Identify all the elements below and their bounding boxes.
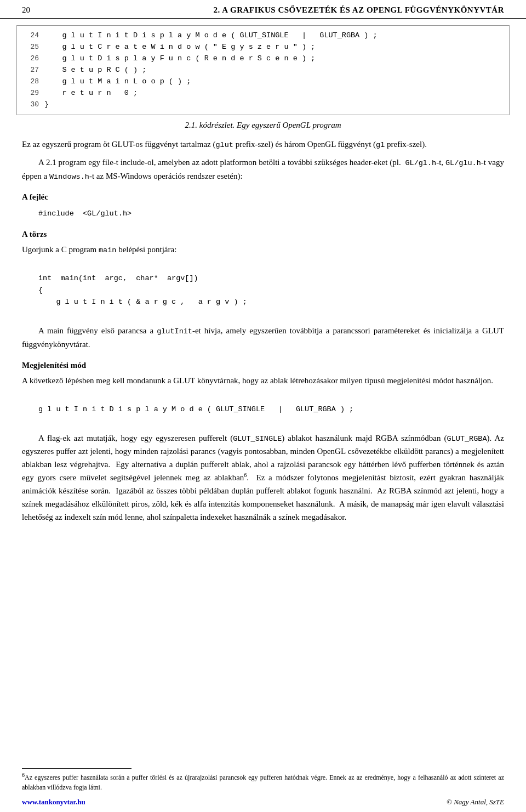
code-line-30: 30 } bbox=[44, 99, 502, 111]
code-content-29: r e t u r n 0 ; bbox=[44, 88, 138, 99]
footnote-ref-6: 6 bbox=[244, 472, 247, 478]
code-line-26: 26 g l u t D i s p l a y F u n c ( R e n… bbox=[44, 53, 502, 65]
a-torzs-section: A törzs bbox=[22, 228, 504, 241]
line-num-28: 28 bbox=[22, 76, 39, 87]
footer-url-link[interactable]: www.tankonyvtar.hu bbox=[22, 798, 85, 807]
display-mode-code: g l u t I n i t D i s p l a y M o d e ( … bbox=[38, 391, 488, 427]
code-content-24: g l u t I n i t D i s p l a y M o d e ( … bbox=[44, 30, 378, 42]
footnote-6-num: 6 bbox=[22, 772, 25, 778]
megjelenit-title: Megjelenítési mód bbox=[22, 359, 504, 372]
glh-code: GL/gl.h bbox=[405, 159, 436, 167]
gl-prefix-code: gl bbox=[376, 141, 385, 149]
paragraph-2: A 2.1 program egy file-t include-ol, ame… bbox=[22, 156, 504, 183]
line-num-25: 25 bbox=[22, 42, 39, 53]
windowsh-code: Windows.h bbox=[49, 173, 89, 181]
line-num-24: 24 bbox=[22, 30, 39, 41]
glut-display-mode-code: g l u t I n i t D i s p l a y M o d e ( … bbox=[38, 405, 353, 413]
code-block-1: 24 g l u t I n i t D i s p l a y M o d e… bbox=[16, 25, 510, 115]
main-sig-code: int main(int argc, char* argv[]) { g l u… bbox=[38, 274, 247, 306]
page-number: 20 bbox=[22, 5, 30, 15]
gluh-code: GL/glu.h bbox=[445, 159, 481, 167]
intro-text: Ez az egyszerű program öt GLUT-os függvé… bbox=[22, 140, 427, 149]
main-function-code: int main(int argc, char* argv[]) { g l u… bbox=[38, 260, 488, 320]
code-content-28: g l u t M a i n L o o p ( ) ; bbox=[44, 76, 191, 88]
footnote-6-text: 6Az egyszeres puffer használata során a … bbox=[22, 771, 504, 792]
code-content-30: } bbox=[44, 99, 49, 111]
code-line-28: 28 g l u t M a i n L o o p ( ) ; bbox=[44, 76, 502, 88]
glut-prefix-code: glut bbox=[215, 141, 233, 149]
code-content-26: g l u t D i s p l a y F u n c ( R e n d … bbox=[44, 53, 315, 65]
glutinit-ref: glutInit bbox=[157, 327, 192, 336]
main-content: Ez az egyszerű program öt GLUT-os függvé… bbox=[0, 138, 526, 524]
page-footer: 6Az egyszeres puffer használata során a … bbox=[0, 768, 526, 812]
main-code-ref: main bbox=[99, 246, 116, 254]
include-code: #include <GL/glut.h> bbox=[38, 209, 132, 218]
flag-paragraph: A flag-ek azt mutatják, hogy egy egyszer… bbox=[22, 431, 504, 524]
line-num-29: 29 bbox=[22, 88, 39, 99]
page-header: 20 2. A GRAFIKUS CSŐVEZETÉK ÉS AZ OPENGL… bbox=[0, 0, 526, 19]
code-content-25: g l u t C r e a t e W i n d o w ( " E g … bbox=[44, 42, 315, 53]
line-num-27: 27 bbox=[22, 65, 39, 76]
fejlec-title: A fejléc bbox=[22, 190, 504, 203]
torzs-title: A törzs bbox=[22, 228, 504, 241]
footnote-divider bbox=[22, 768, 132, 769]
torzs-intro-para: Ugorjunk a C program main belépési pontj… bbox=[22, 243, 504, 257]
footer-bottom: www.tankonyvtar.hu © Nagy Antal, SzTE bbox=[22, 798, 504, 807]
megjelenit-p1: A következő lépésben meg kell mondanunk … bbox=[22, 374, 504, 387]
line-num-30: 30 bbox=[22, 99, 39, 110]
intro-paragraph: Ez az egyszerű program öt GLUT-os függvé… bbox=[22, 138, 504, 151]
include-line: #include <GL/glut.h> bbox=[38, 208, 488, 220]
line-num-26: 26 bbox=[22, 53, 39, 64]
code-content-27: S e t u p R C ( ) ; bbox=[44, 65, 146, 76]
figure-caption: 2.1. kódrészlet. Egy egyszerű OpenGL pro… bbox=[0, 121, 526, 130]
glutinit-para: A main függvény első parancsa a glutInit… bbox=[22, 324, 504, 351]
code-line-27: 27 S e t u p R C ( ) ; bbox=[44, 65, 502, 76]
chapter-title: 2. A GRAFIKUS CSŐVEZETÉK ÉS AZ OPENGL FÜ… bbox=[214, 5, 504, 15]
footer-copyright: © Nagy Antal, SzTE bbox=[447, 798, 504, 807]
code-line-29: 29 r e t u r n 0 ; bbox=[44, 88, 502, 99]
code-line-24: 24 g l u t I n i t D i s p l a y M o d e… bbox=[44, 30, 502, 42]
code-line-25: 25 g l u t C r e a t e W i n d o w ( " E… bbox=[44, 42, 502, 53]
a-fejlec-section: A fejléc bbox=[22, 190, 504, 203]
glut-rgba-ref: GLUT_RGBA bbox=[447, 435, 487, 443]
glut-single-ref: GLUT_SINGLE bbox=[233, 435, 282, 443]
